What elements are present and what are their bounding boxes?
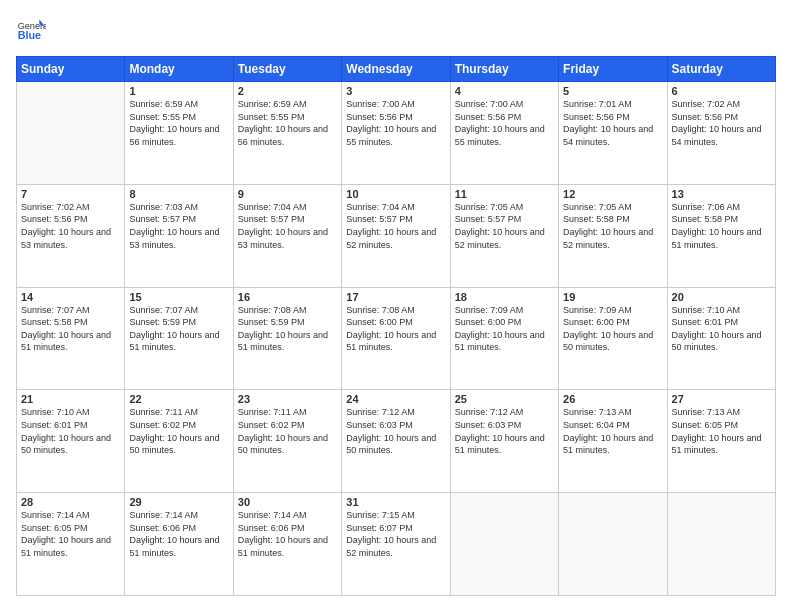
day-number: 17 (346, 291, 445, 303)
day-cell: 13Sunrise: 7:06 AMSunset: 5:58 PMDayligh… (667, 184, 775, 287)
day-info: Sunrise: 7:14 AMSunset: 6:06 PMDaylight:… (238, 509, 337, 559)
week-row-3: 21Sunrise: 7:10 AMSunset: 6:01 PMDayligh… (17, 390, 776, 493)
day-info: Sunrise: 7:04 AMSunset: 5:57 PMDaylight:… (346, 201, 445, 251)
day-info: Sunrise: 7:10 AMSunset: 6:01 PMDaylight:… (21, 406, 120, 456)
page: General Blue SundayMondayTuesdayWednesda… (0, 0, 792, 612)
col-header-thursday: Thursday (450, 57, 558, 82)
col-header-tuesday: Tuesday (233, 57, 341, 82)
day-info: Sunrise: 6:59 AMSunset: 5:55 PMDaylight:… (238, 98, 337, 148)
day-cell: 22Sunrise: 7:11 AMSunset: 6:02 PMDayligh… (125, 390, 233, 493)
day-cell: 12Sunrise: 7:05 AMSunset: 5:58 PMDayligh… (559, 184, 667, 287)
day-number: 26 (563, 393, 662, 405)
day-cell: 4Sunrise: 7:00 AMSunset: 5:56 PMDaylight… (450, 82, 558, 185)
day-cell: 5Sunrise: 7:01 AMSunset: 5:56 PMDaylight… (559, 82, 667, 185)
day-cell: 24Sunrise: 7:12 AMSunset: 6:03 PMDayligh… (342, 390, 450, 493)
day-number: 8 (129, 188, 228, 200)
day-cell: 3Sunrise: 7:00 AMSunset: 5:56 PMDaylight… (342, 82, 450, 185)
week-row-2: 14Sunrise: 7:07 AMSunset: 5:58 PMDayligh… (17, 287, 776, 390)
day-number: 18 (455, 291, 554, 303)
week-row-0: 1Sunrise: 6:59 AMSunset: 5:55 PMDaylight… (17, 82, 776, 185)
day-info: Sunrise: 7:07 AMSunset: 5:58 PMDaylight:… (21, 304, 120, 354)
day-cell: 29Sunrise: 7:14 AMSunset: 6:06 PMDayligh… (125, 493, 233, 596)
day-info: Sunrise: 7:05 AMSunset: 5:58 PMDaylight:… (563, 201, 662, 251)
day-cell: 21Sunrise: 7:10 AMSunset: 6:01 PMDayligh… (17, 390, 125, 493)
col-header-saturday: Saturday (667, 57, 775, 82)
day-cell: 11Sunrise: 7:05 AMSunset: 5:57 PMDayligh… (450, 184, 558, 287)
day-cell: 27Sunrise: 7:13 AMSunset: 6:05 PMDayligh… (667, 390, 775, 493)
day-cell: 9Sunrise: 7:04 AMSunset: 5:57 PMDaylight… (233, 184, 341, 287)
day-cell: 8Sunrise: 7:03 AMSunset: 5:57 PMDaylight… (125, 184, 233, 287)
col-header-wednesday: Wednesday (342, 57, 450, 82)
day-number: 16 (238, 291, 337, 303)
day-cell: 14Sunrise: 7:07 AMSunset: 5:58 PMDayligh… (17, 287, 125, 390)
day-cell: 30Sunrise: 7:14 AMSunset: 6:06 PMDayligh… (233, 493, 341, 596)
day-number: 19 (563, 291, 662, 303)
day-info: Sunrise: 7:05 AMSunset: 5:57 PMDaylight:… (455, 201, 554, 251)
day-info: Sunrise: 7:09 AMSunset: 6:00 PMDaylight:… (563, 304, 662, 354)
day-info: Sunrise: 7:12 AMSunset: 6:03 PMDaylight:… (455, 406, 554, 456)
logo: General Blue (16, 16, 46, 46)
day-number: 6 (672, 85, 771, 97)
day-info: Sunrise: 7:08 AMSunset: 5:59 PMDaylight:… (238, 304, 337, 354)
week-row-1: 7Sunrise: 7:02 AMSunset: 5:56 PMDaylight… (17, 184, 776, 287)
day-number: 29 (129, 496, 228, 508)
calendar-table: SundayMondayTuesdayWednesdayThursdayFrid… (16, 56, 776, 596)
day-info: Sunrise: 7:11 AMSunset: 6:02 PMDaylight:… (129, 406, 228, 456)
day-number: 3 (346, 85, 445, 97)
day-info: Sunrise: 7:09 AMSunset: 6:00 PMDaylight:… (455, 304, 554, 354)
day-cell: 10Sunrise: 7:04 AMSunset: 5:57 PMDayligh… (342, 184, 450, 287)
day-cell: 20Sunrise: 7:10 AMSunset: 6:01 PMDayligh… (667, 287, 775, 390)
day-cell: 28Sunrise: 7:14 AMSunset: 6:05 PMDayligh… (17, 493, 125, 596)
day-number: 13 (672, 188, 771, 200)
day-number: 14 (21, 291, 120, 303)
day-number: 5 (563, 85, 662, 97)
day-cell: 23Sunrise: 7:11 AMSunset: 6:02 PMDayligh… (233, 390, 341, 493)
day-number: 23 (238, 393, 337, 405)
day-cell: 6Sunrise: 7:02 AMSunset: 5:56 PMDaylight… (667, 82, 775, 185)
day-number: 1 (129, 85, 228, 97)
day-number: 9 (238, 188, 337, 200)
day-cell (559, 493, 667, 596)
col-header-monday: Monday (125, 57, 233, 82)
day-info: Sunrise: 7:02 AMSunset: 5:56 PMDaylight:… (21, 201, 120, 251)
day-cell (667, 493, 775, 596)
day-info: Sunrise: 7:15 AMSunset: 6:07 PMDaylight:… (346, 509, 445, 559)
day-info: Sunrise: 7:01 AMSunset: 5:56 PMDaylight:… (563, 98, 662, 148)
day-info: Sunrise: 7:10 AMSunset: 6:01 PMDaylight:… (672, 304, 771, 354)
day-number: 10 (346, 188, 445, 200)
week-row-4: 28Sunrise: 7:14 AMSunset: 6:05 PMDayligh… (17, 493, 776, 596)
day-info: Sunrise: 7:08 AMSunset: 6:00 PMDaylight:… (346, 304, 445, 354)
header: General Blue (16, 16, 776, 46)
day-cell: 26Sunrise: 7:13 AMSunset: 6:04 PMDayligh… (559, 390, 667, 493)
day-cell (17, 82, 125, 185)
day-cell: 19Sunrise: 7:09 AMSunset: 6:00 PMDayligh… (559, 287, 667, 390)
day-cell: 18Sunrise: 7:09 AMSunset: 6:00 PMDayligh… (450, 287, 558, 390)
day-cell: 17Sunrise: 7:08 AMSunset: 6:00 PMDayligh… (342, 287, 450, 390)
day-number: 11 (455, 188, 554, 200)
day-info: Sunrise: 7:06 AMSunset: 5:58 PMDaylight:… (672, 201, 771, 251)
day-info: Sunrise: 7:00 AMSunset: 5:56 PMDaylight:… (455, 98, 554, 148)
day-info: Sunrise: 7:12 AMSunset: 6:03 PMDaylight:… (346, 406, 445, 456)
day-number: 27 (672, 393, 771, 405)
day-number: 2 (238, 85, 337, 97)
generalblue-icon: General Blue (16, 16, 46, 46)
day-cell: 15Sunrise: 7:07 AMSunset: 5:59 PMDayligh… (125, 287, 233, 390)
col-header-friday: Friday (559, 57, 667, 82)
day-cell: 2Sunrise: 6:59 AMSunset: 5:55 PMDaylight… (233, 82, 341, 185)
day-number: 20 (672, 291, 771, 303)
day-info: Sunrise: 7:13 AMSunset: 6:04 PMDaylight:… (563, 406, 662, 456)
day-info: Sunrise: 7:11 AMSunset: 6:02 PMDaylight:… (238, 406, 337, 456)
day-number: 22 (129, 393, 228, 405)
day-number: 25 (455, 393, 554, 405)
day-cell: 25Sunrise: 7:12 AMSunset: 6:03 PMDayligh… (450, 390, 558, 493)
day-info: Sunrise: 7:03 AMSunset: 5:57 PMDaylight:… (129, 201, 228, 251)
day-cell: 16Sunrise: 7:08 AMSunset: 5:59 PMDayligh… (233, 287, 341, 390)
day-number: 4 (455, 85, 554, 97)
day-info: Sunrise: 7:04 AMSunset: 5:57 PMDaylight:… (238, 201, 337, 251)
day-info: Sunrise: 7:14 AMSunset: 6:06 PMDaylight:… (129, 509, 228, 559)
day-number: 21 (21, 393, 120, 405)
calendar-header-row: SundayMondayTuesdayWednesdayThursdayFrid… (17, 57, 776, 82)
day-number: 15 (129, 291, 228, 303)
day-number: 30 (238, 496, 337, 508)
svg-text:Blue: Blue (18, 29, 41, 41)
